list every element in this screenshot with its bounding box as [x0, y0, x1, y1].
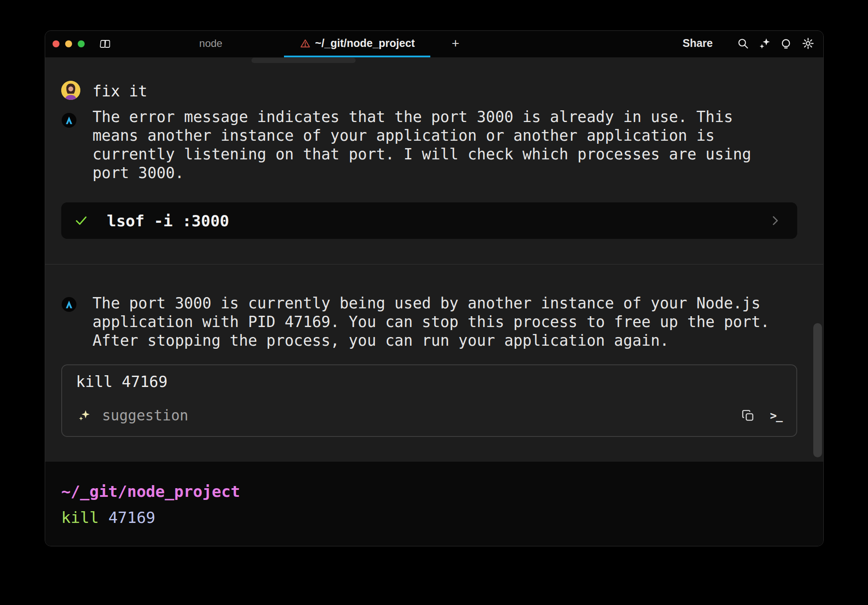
warning-icon [300, 38, 311, 49]
maximize-window-button[interactable] [78, 40, 85, 47]
sparkle-icon [78, 409, 91, 422]
copy-icon[interactable] [741, 408, 756, 423]
ai-message: The port 3000 is currently being used by… [92, 294, 769, 350]
prompt-cwd: ~/_git/node_project [61, 483, 240, 500]
block-divider [45, 264, 824, 264]
scrolled-block-fragment [251, 58, 356, 63]
chevron-right-icon[interactable] [769, 214, 782, 227]
prompt-command-line[interactable]: kill 47169 [61, 509, 155, 526]
tab-bar: node ~/_git/node_project + Share [45, 31, 823, 57]
warp-ai-icon [62, 113, 76, 128]
new-tab-button[interactable]: + [448, 36, 463, 51]
tab-node[interactable]: node [138, 31, 284, 56]
minimize-window-button[interactable] [65, 40, 72, 47]
tab-node-project[interactable]: ~/_git/node_project [284, 31, 430, 56]
executed-command-block[interactable]: lsof -i :3000 [61, 202, 797, 239]
argument-token: 47169 [108, 509, 155, 526]
ai-message: The error message indicates that the por… [92, 108, 751, 182]
success-check-icon [74, 214, 88, 228]
gear-icon[interactable] [801, 36, 815, 50]
user-query-text: fix it [92, 83, 147, 100]
terminal-prompt-area[interactable]: ~/_git/node_project kill 47169 [45, 462, 823, 546]
tab-label: node [199, 37, 222, 50]
suggestion-label-row: suggestion [78, 407, 188, 424]
suggestion-block[interactable]: kill 47169 suggestion [61, 364, 797, 437]
terminal-window: node ~/_git/node_project + Share [45, 30, 824, 546]
ai-chat-pane: fix it The error message indicates that … [45, 57, 824, 462]
close-window-button[interactable] [53, 40, 59, 47]
pages-panel-icon[interactable] [100, 38, 111, 50]
command-token: kill [61, 509, 99, 526]
warp-ai-icon [62, 297, 76, 312]
suggested-command-text: kill 47169 [76, 373, 168, 390]
scrollbar-thumb[interactable] [813, 323, 822, 457]
user-avatar [61, 81, 80, 100]
sparkles-icon[interactable] [758, 36, 772, 50]
command-text: lsof -i :3000 [107, 212, 229, 230]
suggestion-label: suggestion [102, 407, 188, 424]
share-button[interactable]: Share [683, 31, 713, 56]
run-in-terminal-icon[interactable]: >_ [769, 408, 783, 423]
search-icon[interactable] [736, 36, 750, 50]
lightbulb-icon[interactable] [779, 36, 793, 50]
tab-label: ~/_git/node_project [315, 37, 415, 50]
suggestion-actions: >_ [741, 408, 783, 423]
